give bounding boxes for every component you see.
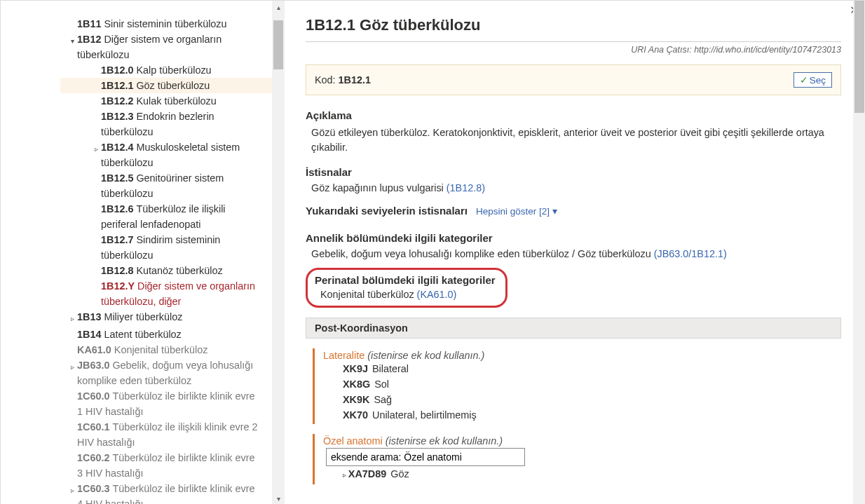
tree-item[interactable]: ▾1B12Diğer sistem ve organların tüberkül…: [60, 32, 272, 62]
maternity-code-link[interactable]: (JB63.0/1B12.1): [654, 248, 727, 259]
tree-item[interactable]: 1B11Sinir sisteminin tüberkülozu: [60, 16, 272, 32]
exclusion-item: Göz kapağının lupus vulgarisi (1B12.8): [311, 182, 841, 193]
axis-option[interactable]: XK9KSağ: [343, 392, 841, 407]
code-box: Kod: 1B12.1 ✓Seç: [306, 64, 841, 95]
axis-option[interactable]: XK9JBilateral: [343, 361, 841, 376]
maternity-text: Gebelik, doğum veya lohusalığı komplike …: [311, 248, 651, 259]
group-title: Lateralite: [323, 350, 367, 361]
postcoord-groups: Lateralite (istenirse ek kod kullanın.)X…: [306, 348, 841, 484]
tree-item-code: 1B12.6: [101, 203, 133, 214]
check-icon: ✓: [800, 75, 808, 86]
axis-option[interactable]: XK8GSol: [343, 376, 841, 392]
tree-item[interactable]: 1B12.0Kalp tüberkülozu: [60, 62, 272, 78]
tree-item-code: 1B12.5: [101, 172, 133, 184]
tree-item-code: JB63.0: [77, 360, 109, 371]
tree-item-label: 1B12.3Endokrin bezlerin tüberkülozu: [101, 109, 269, 139]
tree-item[interactable]: 1B12.7Sindirim sisteminin tüberkülozu: [60, 232, 272, 263]
tree-item[interactable]: 1B12.5Genitoüriner sistem tüberkülozu: [60, 170, 272, 201]
show-all-link[interactable]: Hepsini göster [2] ▾: [476, 206, 557, 217]
scroll-down-icon[interactable]: ▾: [272, 492, 285, 504]
select-button[interactable]: ✓Seç: [794, 72, 832, 88]
left-scrollbar[interactable]: ▴ ▾: [272, 1, 285, 504]
tree-item-label: KA61.0Konjenital tüberküloz: [77, 342, 269, 357]
tree-item-title: Kulak tüberkülozu: [136, 95, 216, 107]
tree-item-label: 1B11Sinir sisteminin tüberkülozu: [77, 16, 269, 32]
tree-item-title: Latent tüberküloz: [104, 329, 181, 340]
perinatal-header: Perinatal bölümdeki ilgili kategoriler: [315, 274, 496, 286]
scroll-thumb[interactable]: [854, 1, 864, 113]
tree-item[interactable]: 1B12.8Kutanöz tüberküloz: [60, 263, 272, 278]
scroll-thumb[interactable]: [273, 20, 283, 69]
app-window: ✕ 1B11Sinir sisteminin tüberkülozu▾1B12D…: [0, 0, 865, 504]
tree-item-code: 1B12.4: [101, 142, 133, 153]
uri-value: http://id.who.int/icd/entity/1074723013: [694, 45, 841, 55]
tree-item-label: 1B14Latent tüberküloz: [77, 327, 269, 342]
perinatal-code-link[interactable]: (KA61.0): [417, 289, 457, 300]
axis-option-code: XK9J: [343, 363, 368, 374]
chevron-right-icon[interactable]: ▹: [67, 483, 77, 498]
tree-item-title: Konjenital tüberküloz: [114, 344, 208, 355]
code-value: 1B12.1: [339, 74, 371, 86]
tree-list: 1B11Sinir sisteminin tüberkülozu▾1B12Diğ…: [1, 1, 272, 504]
tree-item-code: 1C60.2: [77, 452, 109, 463]
axis-search-wrap: [326, 448, 841, 466]
axis-option[interactable]: ▹ XA7D89Göz: [343, 466, 841, 483]
tree-item[interactable]: ▹JB63.0Gebelik, doğum veya lohusalığı ko…: [60, 357, 272, 388]
exclusions-header: İstisnalar: [306, 166, 841, 178]
upper-exclusion-row: Yukarıdaki seviyelerin istisnaları Hepsi…: [306, 193, 841, 221]
tree-item-label: 1B13Miliyer tüberküloz: [77, 309, 269, 325]
tree-item-code: 1B12.8: [101, 265, 133, 276]
tree-item[interactable]: 1B12.6Tüberküloz ile ilişkili periferal …: [60, 201, 272, 232]
chevron-down-icon[interactable]: ▾: [67, 34, 77, 49]
tree-item[interactable]: KA61.0Konjenital tüberküloz: [60, 342, 272, 357]
chevron-right-icon[interactable]: ▹: [91, 142, 101, 157]
tree-item[interactable]: 1B14Latent tüberküloz: [60, 327, 272, 342]
right-scrollbar[interactable]: [853, 1, 865, 504]
axis-search-input[interactable]: [326, 448, 525, 466]
exclusion-code-link[interactable]: (1B12.8): [447, 182, 485, 193]
tree-item-label: 1C60.3Tüberküloz ile birlikte klinik evr…: [77, 481, 269, 504]
tree-item[interactable]: 1B12.YDiğer sistem ve organların tüberkü…: [60, 278, 272, 309]
tree-item[interactable]: 1B12.3Endokrin bezlerin tüberkülozu: [60, 109, 272, 139]
uri-line: URI Ana Çatısı: http://id.who.int/icd/en…: [306, 41, 841, 55]
tree-item-code: 1B12.7: [101, 234, 133, 245]
scroll-up-icon[interactable]: ▴: [272, 1, 285, 13]
tree-item[interactable]: 1B12.1Göz tüberkülozu: [60, 78, 272, 93]
tree-item[interactable]: 1C60.1Tüberküloz ile ilişkili klinik evr…: [60, 419, 272, 450]
tree-item-label: 1B12.6Tüberküloz ile ilişkili periferal …: [101, 201, 269, 232]
tree-item-code: 1B12.Y: [101, 280, 135, 292]
group-title-line: Lateralite (istenirse ek kod kullanın.): [323, 350, 841, 361]
tree-item-title: Kutanöz tüberküloz: [136, 265, 222, 276]
chevron-right-icon[interactable]: ▹: [67, 360, 77, 375]
perinatal-text: Konjenital tüberküloz: [320, 289, 414, 300]
axis-option-label: Unilateral, belirtilmemiş: [372, 409, 477, 421]
tree-item-label: 1C60.0Tüberküloz ile birlikte klinik evr…: [77, 388, 269, 419]
uri-label: URI Ana Çatısı:: [631, 45, 691, 55]
tree-item[interactable]: ▹1B12.4Muskuloskeletal sistem tüberküloz…: [60, 139, 272, 170]
axis-option-label: Sağ: [374, 394, 392, 405]
tree-item[interactable]: ▹1C60.3Tüberküloz ile birlikte klinik ev…: [60, 481, 272, 504]
axis-option[interactable]: XK70Unilateral, belirtilmemiş: [343, 407, 841, 423]
tree-item-title: Göz tüberkülozu: [136, 80, 210, 91]
tree-item-title: Kalp tüberkülozu: [136, 64, 211, 76]
page-title: 1B12.1 Göz tüberkülozu: [306, 16, 841, 34]
axis-option-code: XK8G: [343, 379, 370, 390]
tree-item-code: 1C60.3: [77, 483, 109, 494]
tree-item-label: 1B12.2Kulak tüberkülozu: [101, 93, 269, 109]
code-label: Kod:: [315, 74, 336, 86]
tree-item[interactable]: 1C60.2Tüberküloz ile birlikte klinik evr…: [60, 450, 272, 481]
axis-option-label: Bilateral: [372, 363, 409, 374]
tree-item[interactable]: 1B12.2Kulak tüberkülozu: [60, 93, 272, 109]
tree-item[interactable]: 1C60.0Tüberküloz ile birlikte klinik evr…: [60, 388, 272, 419]
tree-item-label: 1C60.2Tüberküloz ile birlikte klinik evr…: [77, 450, 269, 481]
tree-item-code: 1B14: [77, 329, 101, 340]
tree-panel: 1B11Sinir sisteminin tüberkülozu▾1B12Diğ…: [1, 1, 285, 504]
tree-item-label: 1B12.1Göz tüberkülozu: [101, 78, 269, 93]
tree-item[interactable]: ▹1B13Miliyer tüberküloz: [60, 309, 272, 327]
chevron-right-icon[interactable]: ▹: [67, 311, 77, 327]
axis-option-code: XK9K: [343, 394, 369, 405]
chevron-right-icon: ▹: [343, 471, 348, 479]
tree-item-code: 1B12.1: [101, 80, 133, 91]
axis-option-label: Sol: [374, 379, 389, 390]
select-label: Seç: [810, 75, 826, 86]
